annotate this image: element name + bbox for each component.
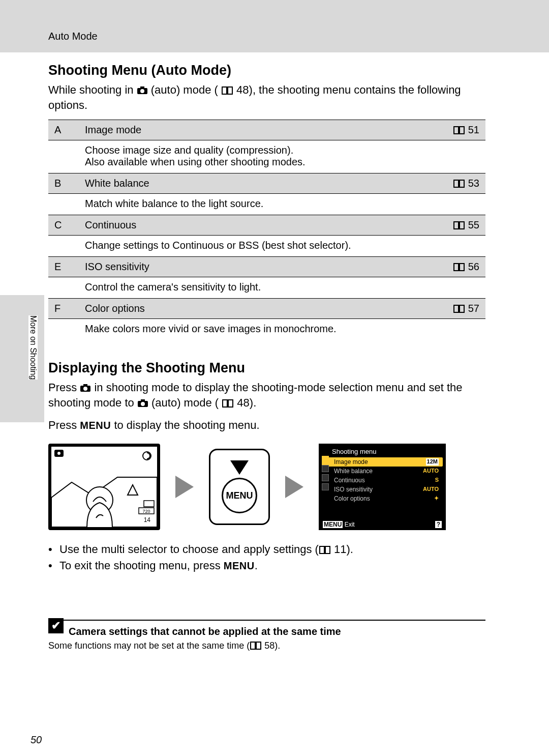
option-pageref: 53 <box>440 173 485 194</box>
menu-tab-icon <box>322 474 329 481</box>
svg-rect-7 <box>141 399 145 401</box>
menu-lcd-preview: Shooting menu Image mode12MWhite balance… <box>319 444 446 530</box>
book-icon <box>222 397 234 406</box>
svg-point-10 <box>57 452 60 455</box>
bullet-item: Use the multi selector to choose and app… <box>48 541 485 558</box>
menu-button-diagram: MENU <box>209 449 270 525</box>
svg-point-2 <box>140 89 144 93</box>
menu-lcd-row: Color options✦ <box>322 494 443 503</box>
option-pageref: 55 <box>440 215 485 236</box>
menu-circle-label: MENU <box>222 478 257 513</box>
option-name: Image mode <box>79 120 440 140</box>
arrow-right-icon <box>285 476 303 498</box>
option-header: CContinuous 55 <box>48 215 485 236</box>
option-desc: Choose image size and quality (compressi… <box>48 140 485 173</box>
page-number: 50 <box>30 734 42 746</box>
menu-label-inline: MENU <box>224 560 255 571</box>
svg-text:720: 720 <box>142 509 150 514</box>
svg-rect-16 <box>144 501 154 507</box>
section2-title: Displaying the Shooting Menu <box>48 360 485 376</box>
section1-intro: While shooting in (auto) mode ( 48), the… <box>48 82 485 112</box>
option-header: AImage mode 51 <box>48 120 485 140</box>
svg-point-5 <box>83 387 87 391</box>
lcd-preview: 14 720 <box>48 444 160 530</box>
option-name: ISO sensitivity <box>79 257 440 277</box>
option-header: FColor options 57 <box>48 299 485 319</box>
menu-tab-icon <box>322 483 329 490</box>
menu-lcd-row: Image mode12M <box>322 457 443 467</box>
section2-p1: Press in shooting mode to display the sh… <box>48 380 485 410</box>
options-table: AImage mode 51Choose image size and qual… <box>48 120 485 340</box>
option-name: White balance <box>79 173 440 194</box>
book-icon <box>319 543 331 552</box>
option-letter: C <box>48 215 79 236</box>
camera-icon <box>80 381 91 390</box>
option-letter: B <box>48 173 79 194</box>
option-desc: Make colors more vivid or save images in… <box>48 319 485 340</box>
menu-lcd-title: Shooting menu <box>322 447 443 457</box>
breadcrumb: Auto Mode <box>0 0 549 52</box>
option-desc: Control the camera's sensitivity to ligh… <box>48 277 485 299</box>
arrow-right-icon <box>175 476 194 498</box>
option-letter: E <box>48 257 79 277</box>
svg-rect-1 <box>140 86 144 89</box>
section1-title: Shooting Menu (Auto Mode) <box>48 63 485 78</box>
note-title-text: Camera settings that cannot be applied a… <box>69 626 341 637</box>
option-name: Color options <box>79 299 440 319</box>
book-icon <box>453 179 465 188</box>
svg-text:14: 14 <box>144 516 151 524</box>
note-box: ✔ Camera settings that cannot be applied… <box>48 620 485 651</box>
option-header: BWhite balance 53 <box>48 173 485 194</box>
book-icon <box>453 126 465 135</box>
book-icon <box>250 641 262 650</box>
note-body: Some functions may not be set at the sam… <box>48 641 485 651</box>
bullet-list: Use the multi selector to choose and app… <box>48 541 485 574</box>
option-desc: Change settings to Continuous or BSS (be… <box>48 236 485 257</box>
side-tab-label: More on Shooting <box>28 315 38 380</box>
check-icon: ✔ <box>48 618 64 633</box>
breadcrumb-text: Auto Mode <box>48 31 98 42</box>
option-letter: F <box>48 299 79 319</box>
option-letter: A <box>48 120 79 140</box>
menu-lcd-row: ContinuousS <box>322 476 443 485</box>
option-desc: Match white balance to the light source. <box>48 194 485 215</box>
book-icon <box>453 304 465 313</box>
option-header: EISO sensitivity 56 <box>48 257 485 277</box>
camera-icon <box>137 83 148 93</box>
arrow-down-icon <box>230 460 249 475</box>
option-name: Continuous <box>79 215 440 236</box>
menu-lcd-row: White balanceAUTO <box>322 467 443 476</box>
diagram-row: 14 720 MENU Shooting menu <box>48 444 485 530</box>
book-icon <box>453 263 465 272</box>
menu-tab-icon <box>322 465 329 472</box>
option-pageref: 51 <box>440 120 485 140</box>
option-pageref: 57 <box>440 299 485 319</box>
menu-lcd-row: ISO sensitivityAUTO <box>322 485 443 494</box>
section2-p2: Press MENU to display the shooting menu. <box>48 418 485 433</box>
menu-label-inline: MENU <box>80 420 111 431</box>
option-pageref: 56 <box>440 257 485 277</box>
book-icon <box>221 84 233 93</box>
bullet-item: To exit the shooting menu, press MENU. <box>48 558 485 574</box>
svg-rect-4 <box>83 384 87 386</box>
book-icon <box>453 221 465 230</box>
menu-tab-icon <box>322 456 329 463</box>
camera-icon <box>137 396 148 405</box>
svg-point-8 <box>141 402 145 406</box>
